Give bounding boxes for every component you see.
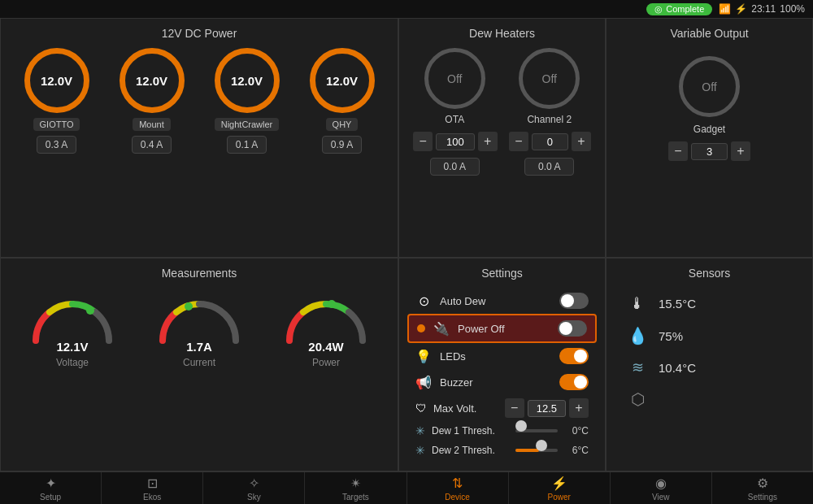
- settings-leds-row: 💡 LEDs: [407, 343, 597, 369]
- meter-row: 12.1V Voltage 1.7A Current: [9, 288, 389, 368]
- buzzer-icon: 📢: [415, 375, 432, 390]
- dew-ota-plus[interactable]: +: [478, 132, 498, 151]
- nav-power[interactable]: ⚡ Power: [509, 472, 611, 504]
- dew-ota-val: 100: [436, 133, 475, 150]
- amp-label-2: 0.4 A: [132, 136, 172, 154]
- time-display: 23:11: [751, 3, 776, 15]
- nav-power-label: Power: [548, 493, 571, 502]
- dew-ota-amps: 0.0 A: [430, 158, 480, 176]
- gauge-giotto: 12.0V GIOTTO 0.3 A: [24, 48, 89, 154]
- sensor-sky-row: ⬡: [615, 383, 804, 415]
- view-icon: ◉: [655, 476, 667, 491]
- variable-minus[interactable]: −: [668, 141, 688, 161]
- dew-ch2-amps: 0.0 A: [524, 158, 574, 176]
- sensor-humidity-row: 💧 75%: [615, 319, 804, 352]
- nav-settings[interactable]: ⚙ Settings: [712, 472, 813, 504]
- sky-icon: ⬡: [626, 389, 649, 409]
- nav-ekos-label: Ekos: [143, 493, 161, 502]
- dew-ch2-item: Off Channel 2: [519, 48, 580, 125]
- dc-power-panel: 12V DC Power 12.0V GIOTTO 0.3 A 12.0V Mo…: [0, 18, 398, 258]
- nav-setup-label: Setup: [40, 493, 61, 502]
- device-label-1: GIOTTO: [33, 118, 80, 131]
- dew-ota-stepper: − 100 +: [413, 132, 498, 151]
- gauge-qhy: 12.0V QHY 0.9 A: [310, 48, 375, 154]
- gauge-ring-4: 12.0V: [310, 48, 375, 113]
- dew-ota-item: Off OTA: [424, 48, 485, 125]
- dew-ota-circle[interactable]: Off: [424, 48, 485, 109]
- dew1-thresh-icon: ✳: [415, 424, 425, 437]
- device-label-2: Mount: [133, 118, 171, 131]
- dew1-slider-thumb[interactable]: [515, 420, 527, 432]
- dew-circles-row: Off OTA Off Channel 2: [407, 48, 597, 125]
- leds-label: LEDs: [440, 350, 551, 363]
- leds-toggle[interactable]: [559, 348, 589, 364]
- amp-label-1: 0.3 A: [37, 136, 76, 154]
- power-off-toggle[interactable]: [558, 320, 587, 337]
- dc-gauges: 12.0V GIOTTO 0.3 A 12.0V Mount 0.4 A 12.…: [9, 48, 389, 154]
- nav-view[interactable]: ◉ View: [611, 472, 712, 504]
- power-off-icon: 🔌: [433, 321, 450, 337]
- buzzer-label: Buzzer: [440, 376, 551, 389]
- sensor-dew-row: ≋ 10.4°C: [615, 352, 804, 383]
- power-gauge: [281, 288, 371, 337]
- dew-ota-minus[interactable]: −: [413, 132, 433, 151]
- dew-ch2-circle[interactable]: Off: [519, 48, 580, 109]
- dew2-thresh-row: ✳ Dew 2 Thresh. 6°C: [407, 441, 597, 460]
- current-meter: 1.7A Current: [154, 288, 244, 368]
- buzzer-toggle[interactable]: [559, 374, 589, 390]
- status-complete-badge: ◎ Complete: [646, 3, 712, 15]
- power-nav-icon: ⚡: [551, 476, 567, 491]
- max-volt-minus[interactable]: −: [505, 398, 524, 418]
- setup-icon: ✦: [46, 476, 56, 491]
- variable-off-circle[interactable]: Off: [679, 56, 740, 117]
- variable-output-content: Off Gadget − 3 +: [615, 48, 804, 164]
- main-grid: 12V DC Power 12.0V GIOTTO 0.3 A 12.0V Mo…: [0, 18, 813, 471]
- dew2-slider-wrap[interactable]: [515, 444, 558, 457]
- auto-dew-toggle[interactable]: [559, 293, 589, 309]
- max-volt-icon: 🛡: [415, 402, 427, 415]
- settings-title: Settings: [407, 267, 597, 280]
- bottom-nav: ✦ Setup ⊡ Ekos ✧ Sky ✴ Targets ⇅ Device …: [0, 471, 813, 504]
- nav-ekos[interactable]: ⊡ Ekos: [102, 472, 203, 504]
- dew1-slider-wrap[interactable]: [515, 424, 558, 437]
- dew2-thresh-val: 6°C: [564, 445, 589, 456]
- sky-nav-icon: ✧: [249, 476, 259, 491]
- nav-device[interactable]: ⇅ Device: [407, 472, 509, 504]
- variable-plus[interactable]: +: [731, 141, 750, 161]
- nav-sky-label: Sky: [247, 493, 261, 502]
- settings-power-off-row: 🔌 Power Off: [407, 314, 597, 343]
- max-volt-plus[interactable]: +: [569, 398, 589, 418]
- dew-ch2-minus[interactable]: −: [509, 132, 528, 151]
- nav-sky[interactable]: ✧ Sky: [203, 472, 305, 504]
- dew-ch2-stepper: − 0 +: [509, 132, 591, 151]
- sensor-dew-val: 10.4°C: [659, 361, 696, 375]
- dew2-slider-thumb[interactable]: [536, 440, 547, 451]
- variable-output-title: Variable Output: [615, 27, 804, 40]
- lightning-icon: ⚡: [735, 3, 747, 15]
- auto-dew-icon: ⊙: [415, 293, 432, 309]
- nav-settings-label: Settings: [748, 493, 777, 502]
- leds-icon: 💡: [415, 349, 432, 364]
- sensor-temp-val: 15.5°C: [659, 297, 696, 311]
- nav-setup[interactable]: ✦ Setup: [0, 472, 102, 504]
- gauge-ring-3: 12.0V: [215, 48, 280, 113]
- dew1-thresh-val: 0°C: [564, 425, 589, 437]
- sensors-panel: Sensors 🌡 15.5°C 💧 75% ≋ 10.4°C ⬡: [606, 258, 813, 471]
- voltage-label: Voltage: [56, 357, 89, 368]
- thermometer-icon: 🌡: [626, 294, 649, 313]
- nav-device-label: Device: [445, 493, 470, 502]
- measurements-title: Measurements: [9, 267, 389, 280]
- humidity-icon: 💧: [626, 326, 649, 345]
- power-off-dot: [417, 324, 425, 332]
- current-label: Current: [183, 357, 215, 368]
- wifi-icon: 📶: [719, 3, 731, 15]
- current-gauge: [154, 288, 244, 337]
- voltage-meter: 12.1V Voltage: [28, 288, 117, 368]
- dew2-thresh-icon: ✳: [415, 444, 425, 457]
- variable-gadget-label: Gadget: [693, 124, 725, 135]
- svg-point-1: [185, 302, 193, 311]
- amp-label-4: 0.9 A: [322, 136, 362, 154]
- nav-targets[interactable]: ✴ Targets: [305, 472, 406, 504]
- dew-ch2-plus[interactable]: +: [572, 132, 591, 151]
- dew1-thresh-label: Dew 1 Thresh.: [432, 425, 509, 437]
